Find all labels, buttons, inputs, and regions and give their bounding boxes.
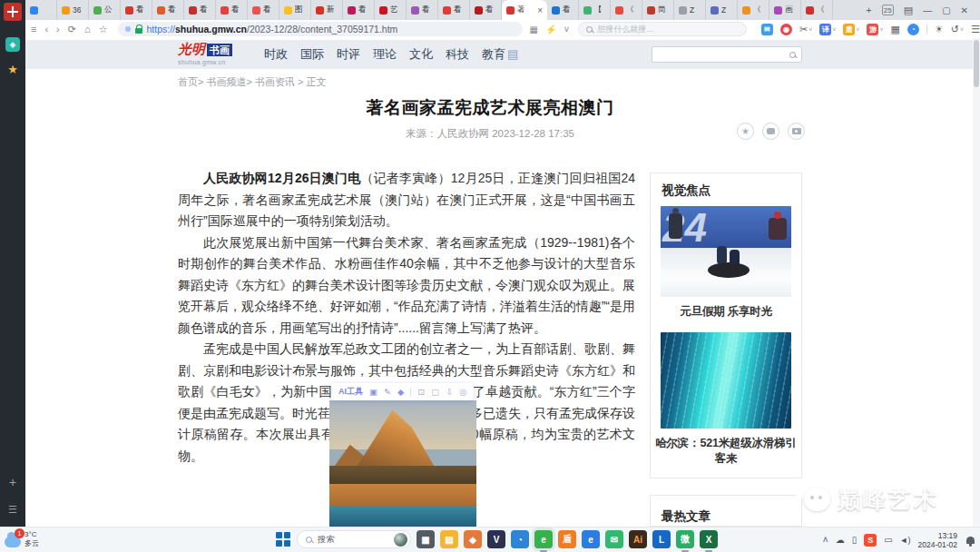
ai-pen-icon[interactable]: ✎ <box>384 388 391 397</box>
ai-download-icon[interactable]: ⇩ <box>446 388 453 397</box>
tab[interactable]: 简 <box>642 0 674 20</box>
onedrive-cloud-icon[interactable]: ☁ <box>836 536 845 545</box>
taskbar-search[interactable]: 搜索 <box>297 530 411 548</box>
browser-blue-icon[interactable]: ◔ <box>511 530 529 548</box>
app-l-icon[interactable]: L <box>652 530 671 548</box>
tab[interactable]: 图 <box>279 0 311 20</box>
sidebar-image-snow[interactable]: 24 <box>661 206 791 297</box>
forward-button[interactable]: › <box>56 24 60 34</box>
undo-icon[interactable]: ↺˅ <box>951 24 964 35</box>
cast-icon[interactable]: ▭ <box>884 536 892 545</box>
bookmark-page-icon[interactable]: ☆ <box>99 24 108 35</box>
nav-item-科技[interactable]: 科技 <box>446 46 469 63</box>
tab[interactable]: 看 <box>121 0 152 20</box>
nav-item-理论[interactable]: 理论 <box>373 46 397 63</box>
translate-icon[interactable]: 译˅ <box>819 24 836 35</box>
omnibox-search[interactable]: 想搜什么就搜… <box>578 22 747 36</box>
rail-app-icon[interactable]: ◈ <box>5 37 20 52</box>
tab-active[interactable]: 著× <box>502 0 547 20</box>
article-image-mountain-painting[interactable] <box>329 400 476 527</box>
bookmark-star-icon[interactable]: ★ <box>7 64 18 75</box>
nav-list-icon[interactable]: ▤ <box>507 48 518 60</box>
app-v-icon[interactable]: V <box>487 530 505 548</box>
ai-frame-icon[interactable]: ▢ <box>431 388 439 397</box>
search-highlight-avatar[interactable] <box>394 533 407 547</box>
scrollbar-thumb[interactable] <box>974 40 979 87</box>
nav-item-时评[interactable]: 时评 <box>337 46 360 63</box>
download-basket-icon[interactable]: ▤ <box>904 5 913 16</box>
collapse-sidebar-icon[interactable]: ≡ <box>31 24 36 34</box>
mail-app-icon[interactable]: ✉ <box>605 530 623 548</box>
new-tab-button[interactable]: + <box>866 5 871 15</box>
ai-tools-toolbar[interactable]: AI工具 ▣ ✎ ◆ ⊡ ▢ ⇩ ◎ <box>331 383 474 400</box>
seal-logo-icon[interactable] <box>4 3 22 21</box>
rail-menu-icon[interactable]: ☰ <box>8 504 17 516</box>
comment-icon[interactable] <box>762 123 779 140</box>
weather-widget[interactable]: 1 3°C 多云 <box>5 530 39 548</box>
volume-icon[interactable]: ◄) <box>900 536 911 545</box>
minimize-button[interactable]: — <box>923 5 932 15</box>
maximize-button[interactable]: ▢ <box>942 5 950 15</box>
site-search-icon[interactable] <box>789 52 796 58</box>
clock[interactable]: 13:19 2024-01-02 <box>918 531 957 549</box>
tray-expand-icon[interactable]: ˄ <box>823 536 828 545</box>
illustrator-icon[interactable]: Ai <box>629 530 647 548</box>
favorite-icon[interactable]: ★ <box>737 123 754 140</box>
browser-e-icon[interactable]: e <box>582 530 600 548</box>
tab[interactable] <box>25 0 57 20</box>
close-button[interactable]: ✕ <box>961 5 968 15</box>
tab-count-badge[interactable]: 25 <box>882 5 894 15</box>
tab[interactable]: 新 <box>311 0 343 20</box>
weibo-icon[interactable]: ◉ <box>780 24 792 35</box>
globe-icon[interactable]: ◔ <box>907 24 919 35</box>
tab[interactable]: 看 <box>216 0 248 20</box>
tab[interactable]: 看 <box>152 0 184 20</box>
task-view-icon[interactable]: ▦ <box>416 530 435 548</box>
nav-item-时政[interactable]: 时政 <box>264 46 288 63</box>
tab[interactable]: 看 <box>248 0 279 20</box>
sidebar-caption-1[interactable]: 元旦假期 乐享时光 <box>651 304 801 320</box>
reload-button[interactable]: ⟳ <box>68 24 76 35</box>
nav-item-国际[interactable]: 国际 <box>300 46 324 63</box>
ai-eraser-icon[interactable]: ◆ <box>397 388 404 397</box>
breadcrumb[interactable]: 首页> 书画频道> 书画资讯 > 正文 <box>178 75 327 89</box>
print-icon[interactable] <box>788 123 805 140</box>
snipaste-icon[interactable]: S <box>864 534 877 547</box>
scissors-icon[interactable]: ✂˅ <box>799 24 812 35</box>
nav-item-教育[interactable]: 教育 <box>482 46 505 63</box>
phone-link-icon[interactable]: ▯ <box>852 536 858 545</box>
back-button[interactable]: ‹ <box>44 24 48 34</box>
tab[interactable]: 看 <box>184 0 216 20</box>
scrollbar[interactable] <box>973 38 980 527</box>
tab[interactable]: 《 <box>611 0 642 20</box>
flash-plugin-icon[interactable]: ⚡ <box>545 25 556 34</box>
shield-icon[interactable]: 盾˅ <box>843 24 859 35</box>
tab[interactable]: 画 <box>769 0 801 20</box>
nav-item-文化[interactable]: 文化 <box>409 46 433 63</box>
ai-crop-icon[interactable]: ⊡ <box>417 388 425 397</box>
start-button[interactable] <box>275 531 291 547</box>
tab[interactable]: 36 <box>57 0 89 20</box>
extensions-icon[interactable]: ▦ <box>530 25 538 34</box>
tab[interactable]: 看 <box>470 0 502 20</box>
tab[interactable]: 看 <box>343 0 375 20</box>
wechat-icon[interactable]: 微 <box>676 530 694 548</box>
tab[interactable]: 公 <box>89 0 121 20</box>
tab[interactable]: Z <box>706 0 738 20</box>
tab[interactable]: 看 <box>438 0 470 20</box>
grid-icon[interactable]: ▦ <box>891 24 900 35</box>
tab[interactable]: Z <box>674 0 706 20</box>
tab-close-icon[interactable]: × <box>537 5 543 15</box>
sun-icon[interactable]: ☀ <box>935 24 944 35</box>
tab[interactable]: 《 <box>801 0 833 20</box>
site-logo[interactable]: 光明书画 shuhua.gmw.cn <box>178 43 232 69</box>
sidebar-image-ice-slide[interactable] <box>661 332 791 429</box>
excel-icon[interactable]: X <box>700 530 718 548</box>
security-shield-icon[interactable]: 盾 <box>558 530 576 548</box>
site-search-input[interactable] <box>652 46 802 63</box>
tab[interactable]: 艺 <box>375 0 407 20</box>
menu-icon[interactable]: ☰ <box>971 24 980 35</box>
ai-settings-icon[interactable]: ◎ <box>459 388 466 397</box>
tab[interactable]: 【 <box>579 0 611 20</box>
tab[interactable]: 看 <box>407 0 438 20</box>
